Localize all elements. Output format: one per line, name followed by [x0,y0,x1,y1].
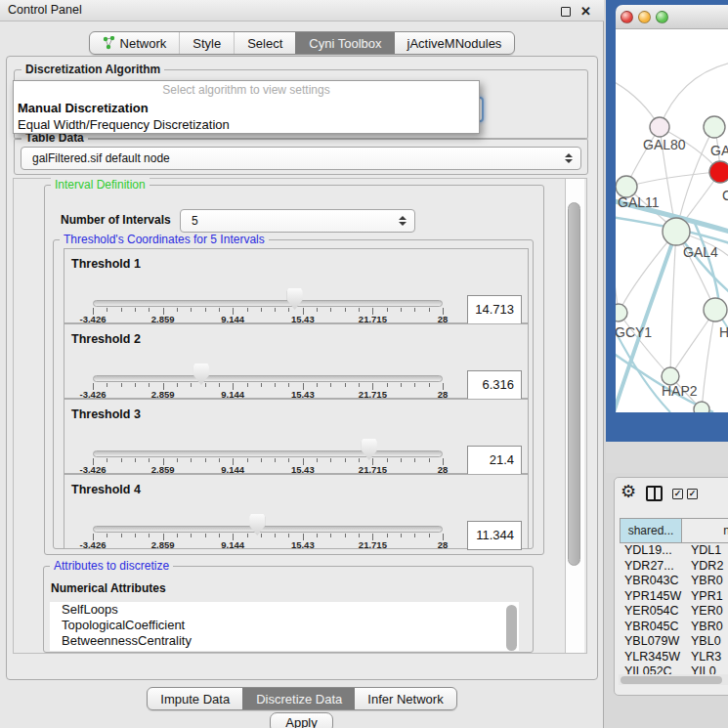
dropdown-placeholder-option[interactable]: Select algorithm to view settings [14,81,479,100]
table-cell-name[interactable]: YBL0 [691,634,721,648]
tab-cyni-toolbox[interactable]: Cyni Toolbox [295,32,394,54]
minimize-traffic-light-icon[interactable] [638,11,651,23]
table-cell-shared-name[interactable]: YBR043C [624,574,679,587]
slider-track[interactable] [93,450,443,457]
tab-jactivemnodules[interactable]: jActiveMNodules [395,32,515,54]
slider-track[interactable] [93,375,443,382]
list-item-topologicalcoefficient[interactable]: TopologicalCoefficient [50,618,519,633]
table-hscrollbar-track[interactable] [619,674,728,685]
table-cell-shared-name[interactable]: YDL19... [624,543,672,557]
table-cell-shared-name[interactable]: YBR045C [624,620,679,633]
num-intervals-combobox[interactable]: 5 [180,209,415,233]
num-intervals-value: 5 [192,214,198,228]
checkbox-icon[interactable]: ✓ [672,489,683,499]
slider-tick [317,458,318,462]
tab-discretize-data[interactable]: Discretize Data [242,688,355,709]
threshold-value-field[interactable]: 14.713 [467,295,522,324]
group-title: Discretization Algorithm [21,63,164,76]
float-window-icon[interactable] [561,7,571,17]
threshold-value-field[interactable]: 21.4 [467,446,522,475]
network-edge [626,172,720,187]
slider-track[interactable] [93,300,443,307]
network-node-red-node[interactable] [709,161,728,183]
network-node-gal4-node[interactable] [663,218,690,245]
network-node-pink-node[interactable] [650,117,669,137]
split-table-icon[interactable] [646,486,663,501]
slider-tick [135,534,136,537]
table-data-combobox[interactable]: galFiltered.sif default node [21,147,581,170]
slider-tick [414,308,415,312]
table-cell-name[interactable]: YDR2 [691,559,723,573]
list-item-betweennesscentrality[interactable]: BetweennessCentrality [50,633,519,649]
group-title: Attributes to discretize [50,559,173,573]
threshold-value-field[interactable]: 11.344 [467,521,522,550]
slider-tick [345,534,346,537]
table-cell-name[interactable]: YPR1 [691,589,723,603]
node-label: HAP2 [662,383,698,399]
table-cell-shared-name[interactable]: YDR27... [624,559,674,573]
apply-button[interactable]: Apply [270,712,333,728]
node-label: GAL11 [618,194,660,210]
tab-style[interactable]: Style [179,32,234,54]
top-tab-bar: NetworkStyleSelectCyni ToolboxjActiveMNo… [89,31,516,55]
column-header-shared-name[interactable]: shared... [620,518,682,543]
network-canvas[interactable]: GAL80GAGAL11CGAL4GCY1HHAP2 [616,29,728,412]
close-icon[interactable]: ✕ [580,4,591,19]
slider-tick [261,534,262,537]
column-header-name[interactable]: na [681,518,728,543]
close-traffic-light-icon[interactable] [621,11,633,23]
network-node-edge-node[interactable] [694,402,709,412]
table-cell-name[interactable]: YBR0 [691,574,723,587]
slider-tick [275,458,276,462]
threshold-label: Threshold 4 [71,483,141,496]
gear-icon[interactable]: ⚙ [621,481,636,502]
numerical-attributes-list[interactable]: SelfLoopsTopologicalCoefficientBetweenne… [50,602,519,651]
table-cell-name[interactable]: YBR0 [691,620,723,633]
network-window-titlebar[interactable] [616,5,728,29]
slider-tick [288,383,289,387]
cyni-toolbox-panel: Discretization Algorithm Table Data galF… [6,56,598,680]
attributes-list-scrollbar[interactable] [506,605,517,651]
tab-network[interactable]: Network [90,32,180,54]
slider-tick [429,458,430,462]
algorithm-dropdown-popup: Select algorithm to view settings Manual… [13,80,480,134]
tab-select[interactable]: Select [234,32,295,54]
dropdown-option-manual-discretization[interactable]: Manual Discretization [14,100,479,116]
tab-label: Impute Data [160,692,230,707]
slider-tick [205,383,206,387]
dropdown-option-equal-width-frequency-discretization[interactable]: Equal Width/Frequency Discretization [14,116,479,133]
slider-tick [288,308,289,312]
slider-tick [149,534,150,537]
slider-tick [261,308,262,312]
slider-tick [247,308,248,312]
slider-tick [177,534,178,537]
main-scrollbar-thumb[interactable] [568,202,580,566]
network-node-gcy1-node[interactable] [616,304,627,321]
slider-tick [414,458,415,462]
list-item-selfloops[interactable]: SelfLoops [50,602,519,618]
slider-tick [345,383,346,387]
slider-tick [191,383,192,387]
node-label: GA [710,143,728,158]
table-cell-shared-name[interactable]: YLR345W [624,650,680,664]
table-hscrollbar-thumb[interactable] [621,676,722,684]
slider-tick [191,458,192,462]
tab-impute-data[interactable]: Impute Data [148,688,242,709]
checkbox-icon[interactable]: ✓ [687,489,698,499]
threshold-panel-4: Threshold 4-3.4262.8599.14415.4321.71528… [64,474,529,549]
network-node-gal-node[interactable] [704,116,725,138]
threshold-value-field[interactable]: 6.316 [467,370,522,400]
tab-infer-network[interactable]: Infer Network [355,688,455,709]
table-cell-name[interactable]: YER0 [691,604,723,618]
zoom-traffic-light-icon[interactable] [656,11,668,23]
table-cell-shared-name[interactable]: YPR145W [624,589,681,603]
tab-label: Network [120,36,167,51]
slider-tick [205,308,206,312]
table-cell-name[interactable]: YDL1 [691,543,721,557]
table-cell-shared-name[interactable]: YER054C [624,604,679,618]
table-cell-shared-name[interactable]: YBL079W [624,634,679,648]
slider-track[interactable] [93,526,443,533]
slider-tick [317,534,318,537]
network-node-h-node[interactable] [704,298,727,321]
table-cell-name[interactable]: YLR3 [691,650,721,664]
